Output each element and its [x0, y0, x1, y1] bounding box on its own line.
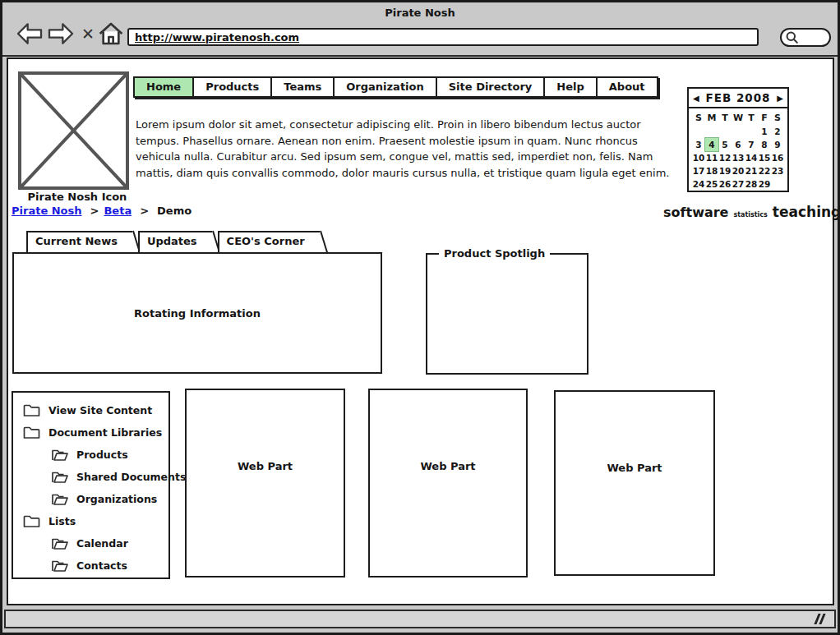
calendar-day-19[interactable]: 19: [718, 164, 732, 177]
calendar-day-17[interactable]: 17: [692, 164, 705, 177]
tree-item-calendar[interactable]: Calendar: [13, 532, 168, 554]
calendar-day-3[interactable]: 3: [692, 138, 705, 151]
calendar-day-16[interactable]: 16: [771, 151, 784, 164]
rotating-information-panel: Rotating Information: [12, 252, 382, 374]
tree-item-label: Contacts: [76, 559, 127, 572]
status-bar: [4, 610, 836, 628]
home-button[interactable]: [98, 21, 124, 50]
tree-item-label: Lists: [48, 515, 76, 527]
calendar-day-headers: SMTWTFS: [692, 111, 784, 125]
calendar-day-15[interactable]: 15: [758, 151, 771, 164]
nav-tab-teams[interactable]: Teams: [272, 78, 335, 96]
calendar-day-12[interactable]: 12: [718, 151, 732, 164]
web-part-label: Web Part: [238, 460, 293, 472]
tree-item-label: Calendar: [76, 537, 128, 550]
search-input[interactable]: [780, 28, 831, 47]
stop-button[interactable]: ✕: [81, 25, 95, 43]
folder-open-icon: [51, 470, 68, 484]
calendar-grid: 1234567891011121314151617181920212223242…: [692, 125, 784, 191]
content-tab-updates[interactable]: Updates: [138, 231, 212, 252]
calendar-day-2[interactable]: 2: [771, 125, 784, 138]
url-input[interactable]: [127, 28, 759, 46]
calendar-header: ◀ FEB 2008 ▶: [689, 89, 787, 108]
calendar-day-27[interactable]: 27: [732, 177, 745, 191]
main-nav: HomeProductsTeamsOrganizationSite Direct…: [133, 76, 658, 98]
tree-item-label: Organizations: [76, 493, 157, 505]
tree-item-lists[interactable]: Lists: [13, 510, 168, 532]
tree-item-label: View Site Content: [48, 404, 152, 416]
calendar-month-label: FEB 2008: [705, 91, 770, 104]
calendar-day-26[interactable]: 26: [718, 177, 732, 191]
calendar-day-25[interactable]: 25: [705, 177, 718, 191]
back-button[interactable]: [16, 22, 44, 48]
calendar-day-11[interactable]: 11: [705, 151, 718, 164]
folder-open-icon: [51, 448, 68, 462]
calendar-day-18[interactable]: 18: [705, 164, 718, 177]
nav-tab-about[interactable]: About: [598, 78, 657, 96]
calendar-day-20[interactable]: 20: [732, 164, 745, 177]
calendar-day-header: M: [705, 111, 718, 125]
nav-tab-site-directory[interactable]: Site Directory: [437, 78, 546, 96]
breadcrumb-pirate-nosh[interactable]: Pirate Nosh: [12, 205, 82, 217]
calendar-day-5[interactable]: 5: [718, 138, 732, 151]
logo-caption: Pirate Nosh Icon: [8, 191, 146, 203]
nav-tab-products[interactable]: Products: [194, 78, 272, 96]
web-part-panel-1: Web Part: [185, 389, 345, 577]
tag-teaching[interactable]: teaching: [773, 204, 840, 220]
calendar-day-empty: [732, 125, 745, 138]
resize-grip[interactable]: [814, 614, 827, 625]
content-tabs: Current NewsUpdatesCEO's Corner: [26, 231, 325, 252]
logo-image-placeholder: [18, 71, 129, 190]
folder-closed-icon: [23, 426, 40, 439]
tree-item-contacts[interactable]: Contacts: [13, 554, 168, 577]
search-icon: [785, 30, 800, 45]
calendar-day-header: T: [745, 111, 758, 125]
tree-item-organizations[interactable]: Organizations: [13, 488, 168, 510]
tag-statistics[interactable]: statistics: [733, 211, 767, 219]
calendar-day-empty: [771, 177, 784, 191]
breadcrumb-separator: >: [90, 205, 99, 217]
toolbar-separator: [2, 55, 838, 57]
calendar-day-21[interactable]: 21: [745, 164, 758, 177]
product-spotlight-label: Product Spotligh: [439, 247, 550, 260]
tree-item-document-libraries[interactable]: Document Libraries: [13, 421, 168, 444]
nav-tab-home[interactable]: Home: [135, 78, 194, 96]
calendar-day-10[interactable]: 10: [692, 151, 705, 164]
forward-button[interactable]: [47, 22, 75, 48]
folder-open-icon: [51, 559, 68, 573]
calendar-day-header: W: [732, 111, 745, 125]
tree-item-shared-documents[interactable]: Shared Documents: [13, 466, 168, 488]
tree-item-products[interactable]: Products: [13, 444, 168, 466]
nav-tab-help[interactable]: Help: [545, 78, 597, 96]
tag-software[interactable]: software: [663, 205, 728, 220]
calendar-day-13[interactable]: 13: [732, 151, 745, 164]
calendar-day-14[interactable]: 14: [745, 151, 758, 164]
calendar-day-1[interactable]: 1: [758, 125, 771, 138]
calendar-day-7[interactable]: 7: [745, 138, 758, 151]
calendar-day-6[interactable]: 6: [732, 138, 745, 151]
calendar-next-icon[interactable]: ▶: [777, 94, 783, 103]
calendar-day-22[interactable]: 22: [758, 164, 771, 177]
calendar-day-4[interactable]: 4: [705, 138, 718, 151]
calendar-day-header: S: [692, 111, 705, 125]
content-tab-ceo-s-corner[interactable]: CEO's Corner: [218, 231, 320, 252]
breadcrumb: Pirate Nosh>Beta>Demo: [12, 205, 192, 217]
calendar-day-28[interactable]: 28: [745, 177, 758, 191]
calendar-day-9[interactable]: 9: [771, 138, 784, 151]
product-spotlight-panel: Product Spotligh: [426, 253, 588, 375]
calendar-day-29[interactable]: 29: [758, 177, 771, 191]
calendar-prev-icon[interactable]: ◀: [693, 94, 699, 103]
breadcrumb-separator: >: [140, 205, 149, 217]
tree-item-view-site-content[interactable]: View Site Content: [13, 399, 168, 421]
content-tab-current-news[interactable]: Current News: [26, 231, 132, 252]
calendar-day-23[interactable]: 23: [771, 164, 784, 177]
tag-cloud: softwarestatisticsteachingtechnologytips…: [661, 200, 825, 222]
breadcrumb-demo: Demo: [157, 205, 192, 217]
folder-closed-icon: [23, 403, 40, 417]
breadcrumb-beta[interactable]: Beta: [104, 205, 132, 217]
calendar-day-8[interactable]: 8: [758, 138, 771, 151]
image-placeholder-x-icon: [21, 75, 126, 186]
calendar-day-24[interactable]: 24: [692, 177, 705, 191]
nav-tab-organization[interactable]: Organization: [335, 78, 436, 96]
browser-window: Pirate Nosh ✕: [0, 0, 840, 635]
